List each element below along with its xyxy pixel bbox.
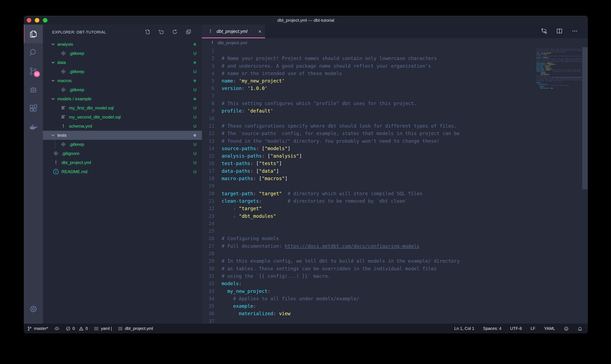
activity-bar: 11 bbox=[24, 25, 43, 324]
tree-indent-guide bbox=[55, 140, 55, 149]
split-editor-icon[interactable] bbox=[556, 28, 563, 35]
close-window-button[interactable] bbox=[27, 18, 31, 23]
indent-guide bbox=[240, 295, 240, 318]
vscode-window: dbt_project.yml — dbt-tutorial 11 bbox=[24, 16, 588, 333]
compare-changes-icon[interactable] bbox=[541, 28, 547, 35]
git-status-badge: U bbox=[194, 105, 196, 110]
line-number: 15 bbox=[202, 152, 222, 160]
line-number: 22 bbox=[202, 205, 222, 212]
notifications-bell-icon[interactable] bbox=[577, 326, 583, 331]
debug-icon[interactable] bbox=[24, 80, 43, 99]
line-number: 24 bbox=[202, 220, 222, 227]
explorer-icon[interactable] bbox=[24, 25, 43, 43]
tree-item--gitkeep[interactable]: .gitkeepU bbox=[43, 85, 202, 94]
tree-item-label: my_second_dbt_model.sql bbox=[69, 115, 194, 119]
tree-item-label: .gitignore bbox=[61, 151, 194, 156]
problems-status[interactable]: 0 0 bbox=[66, 326, 88, 331]
line-number: 13 bbox=[202, 137, 222, 145]
tree-item--gitignore[interactable]: .gitignoreU bbox=[43, 149, 202, 158]
line-number: 14 bbox=[202, 145, 222, 152]
chevron-down-icon bbox=[50, 78, 56, 83]
sql-file-icon bbox=[60, 105, 67, 111]
tab-dbt-project-yml[interactable]: ! dbt_project.yml × bbox=[202, 25, 265, 38]
tree-item-data[interactable]: data bbox=[43, 58, 202, 67]
tree-item-models-example[interactable]: models / example bbox=[43, 94, 202, 104]
git-branch-icon bbox=[27, 326, 32, 331]
eol-status[interactable]: LF bbox=[531, 326, 535, 331]
tree-item-dbt-project-yml[interactable]: !dbt_project.ymlU bbox=[43, 158, 202, 167]
refresh-icon[interactable] bbox=[172, 29, 178, 35]
zoom-window-button[interactable] bbox=[43, 18, 47, 23]
sync-changes-button[interactable] bbox=[55, 326, 59, 331]
code-editor[interactable]: 12# Name your project! Project names sho… bbox=[202, 47, 588, 324]
new-file-icon[interactable] bbox=[145, 29, 150, 35]
outline-file-status[interactable]: dbt_project.yml bbox=[118, 326, 153, 331]
window-title: dbt_project.yml — dbt-tutorial bbox=[277, 18, 334, 23]
tree-item-macros[interactable]: macros bbox=[43, 76, 202, 85]
line-number: 3 bbox=[202, 62, 222, 70]
code-line-7: 7 bbox=[202, 92, 588, 100]
docker-icon[interactable] bbox=[24, 118, 43, 136]
indentation-status[interactable]: Spaces: 4 bbox=[483, 326, 501, 331]
outline-language-status[interactable]: yaml | bbox=[94, 326, 112, 331]
more-actions-icon[interactable] bbox=[572, 28, 578, 35]
indent-guide bbox=[235, 287, 235, 318]
tree-item-my-first-dbt-model-sql[interactable]: my_first_dbt_model.sqlU bbox=[43, 104, 202, 113]
code-line-24: 24 bbox=[202, 220, 588, 227]
tree-item-analysis[interactable]: analysis bbox=[43, 40, 202, 49]
line-number: 36 bbox=[202, 310, 222, 317]
line-number: 6 bbox=[202, 85, 222, 92]
settings-gear-icon[interactable] bbox=[24, 300, 43, 318]
line-number: 33 bbox=[202, 287, 222, 295]
search-icon[interactable] bbox=[24, 43, 43, 62]
source-control-icon[interactable]: 11 bbox=[24, 62, 43, 80]
line-number: 27 bbox=[202, 242, 222, 250]
line-number: 4 bbox=[202, 70, 222, 77]
git-status-badge: U bbox=[194, 51, 196, 56]
breadcrumb[interactable]: ! dbt_project.yml bbox=[202, 38, 588, 47]
tree-item-readme-md[interactable]: iREADME.mdU bbox=[43, 167, 202, 176]
outline-icon bbox=[94, 326, 99, 331]
line-number: 32 bbox=[202, 280, 222, 287]
warnings-icon bbox=[79, 326, 84, 331]
tree-item-label: my_first_dbt_model.sql bbox=[69, 105, 194, 110]
tree-item-label: .gitkeep bbox=[69, 51, 194, 56]
minimize-window-button[interactable] bbox=[35, 18, 39, 23]
new-folder-icon[interactable] bbox=[158, 29, 164, 35]
code-line-21: 21clean-targets: # directories to be rem… bbox=[202, 197, 588, 205]
code-line-22: 22 - "target" bbox=[202, 205, 588, 212]
tree-item-label: .gitkeep bbox=[69, 87, 194, 92]
code-line-35: 35 example: bbox=[202, 302, 588, 310]
code-line-27: 27# Full documentation: https://docs.get… bbox=[202, 242, 588, 250]
line-number: 9 bbox=[202, 107, 222, 115]
git-status-dot bbox=[194, 61, 196, 64]
code-line-25: 25 bbox=[202, 227, 588, 235]
encoding-status[interactable]: UTF-8 bbox=[510, 326, 522, 331]
code-line-23: 23 - "dbt_modules" bbox=[202, 212, 588, 220]
line-number: 16 bbox=[202, 160, 222, 167]
tab-close-icon[interactable]: × bbox=[258, 28, 261, 35]
line-number: 19 bbox=[202, 182, 222, 190]
extensions-icon[interactable] bbox=[24, 99, 43, 118]
tree-item-schema-yml[interactable]: !schema.ymlU bbox=[43, 122, 202, 131]
tree-item-tests[interactable]: tests bbox=[43, 131, 202, 140]
code-line-32: 32models: bbox=[202, 280, 588, 287]
tree-item--gitkeep[interactable]: .gitkeepU bbox=[43, 67, 202, 76]
cursor-position-status[interactable]: Ln 1, Col 1 bbox=[454, 326, 474, 331]
collapse-folders-icon[interactable] bbox=[186, 29, 191, 35]
tree-item-label: analysis bbox=[57, 42, 194, 47]
tree-item--gitkeep[interactable]: .gitkeepU bbox=[43, 49, 202, 58]
scrollbar-thumb[interactable] bbox=[582, 47, 588, 189]
tree-item--gitkeep[interactable]: .gitkeepU bbox=[43, 140, 202, 149]
line-number: 11 bbox=[202, 122, 222, 130]
git-branch-status[interactable]: master* bbox=[27, 326, 48, 331]
code-line-28: 28 bbox=[202, 250, 588, 257]
tree-item-my-second-dbt-model-sql[interactable]: my_second_dbt_model.sqlU bbox=[43, 113, 202, 122]
line-number: 7 bbox=[202, 92, 222, 100]
editor-scrollbar[interactable] bbox=[582, 47, 588, 324]
code-line-6: 6version: '1.0.0' bbox=[202, 85, 588, 92]
git-file-icon bbox=[60, 68, 67, 75]
feedback-smiley-icon[interactable] bbox=[564, 326, 569, 331]
language-mode-status[interactable]: YAML bbox=[544, 326, 555, 331]
code-line-33: 33 my_new_project: bbox=[202, 287, 588, 295]
